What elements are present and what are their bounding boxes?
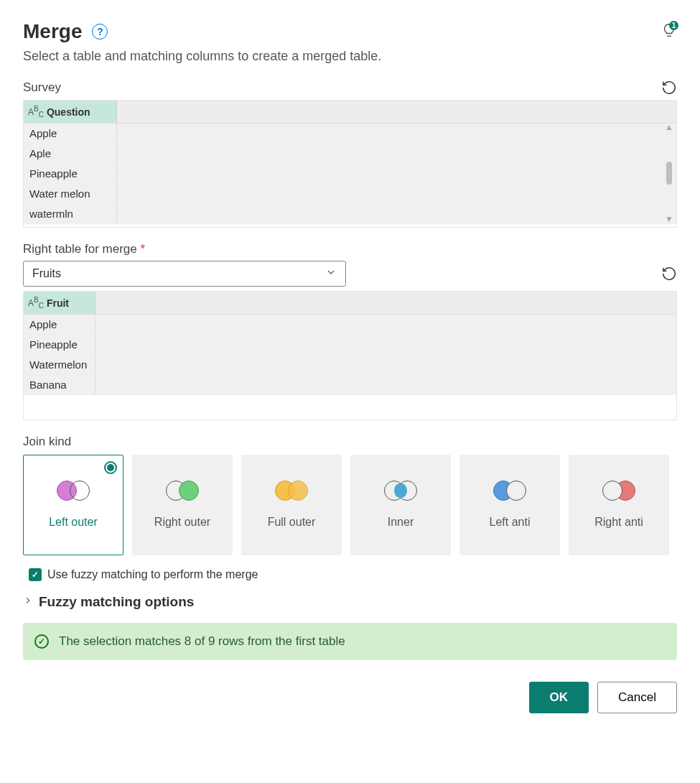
fuzzy-matching-label: Use fuzzy matching to perform the merge bbox=[47, 568, 258, 581]
join-left-anti[interactable]: Left anti bbox=[459, 455, 560, 555]
table-row[interactable]: Apple bbox=[24, 124, 676, 144]
join-right-anti[interactable]: Right anti bbox=[569, 455, 669, 555]
right-table-select[interactable]: Fruits bbox=[23, 261, 346, 287]
table-row[interactable]: watermln bbox=[24, 204, 676, 224]
venn-left-anti-icon bbox=[493, 481, 526, 502]
refresh-icon[interactable] bbox=[661, 80, 677, 96]
dialog-footer: OK Cancel bbox=[23, 682, 677, 713]
match-status-banner: ✓ The selection matches 8 of 9 rows from… bbox=[23, 623, 677, 660]
join-inner[interactable]: Inner bbox=[350, 455, 451, 555]
chevron-right-icon bbox=[23, 596, 33, 608]
venn-full-outer-icon bbox=[275, 481, 308, 502]
match-status-message: The selection matches 8 of 9 rows from t… bbox=[59, 634, 345, 649]
right-table-label: Right table for merge * bbox=[23, 242, 145, 256]
table-row[interactable]: Pineapple bbox=[24, 164, 676, 184]
fuzzy-options-expander[interactable]: Fuzzy matching options bbox=[23, 594, 677, 610]
left-table-preview[interactable]: ABC Question Apple Aple Pineapple Water … bbox=[23, 100, 677, 228]
join-kind-group: Left outer Right outer Full outer Inner bbox=[23, 455, 677, 555]
venn-left-outer-icon bbox=[57, 481, 90, 502]
column-header-fruit[interactable]: ABC Fruit bbox=[24, 292, 95, 314]
table-row[interactable]: Banana bbox=[24, 375, 676, 395]
join-right-outer[interactable]: Right outer bbox=[132, 455, 233, 555]
selected-indicator-icon bbox=[104, 461, 117, 474]
type-icon: ABC bbox=[28, 105, 44, 119]
right-table-select-value: Fruits bbox=[32, 267, 61, 280]
type-icon: ABC bbox=[28, 296, 44, 310]
cancel-button[interactable]: Cancel bbox=[597, 682, 677, 713]
table-header-row: ABC Question bbox=[24, 101, 676, 124]
help-icon[interactable]: ? bbox=[92, 24, 108, 40]
column-header-question[interactable]: ABC Question bbox=[24, 101, 117, 123]
scroll-thumb[interactable] bbox=[666, 162, 672, 185]
scroll-down-icon[interactable]: ▼ bbox=[665, 214, 673, 224]
success-icon: ✓ bbox=[34, 634, 49, 649]
dialog-title: Merge bbox=[23, 20, 82, 43]
refresh-icon[interactable] bbox=[661, 266, 677, 282]
right-table-preview[interactable]: ABC Fruit Apple Pineapple Watermelon Ban… bbox=[23, 291, 677, 420]
join-kind-label: Join kind bbox=[23, 435, 677, 449]
table-header-row: ABC Fruit bbox=[24, 292, 676, 315]
table-row[interactable]: Watermelon bbox=[24, 355, 676, 375]
venn-right-anti-icon bbox=[602, 481, 635, 502]
dialog-header: Merge ? 1 bbox=[23, 20, 677, 43]
table-row[interactable]: Water melon bbox=[24, 184, 676, 204]
chevron-down-icon bbox=[325, 267, 337, 281]
ok-button[interactable]: OK bbox=[529, 682, 589, 713]
table-row[interactable]: Apple bbox=[24, 315, 676, 335]
table-row[interactable]: Pineapple bbox=[24, 335, 676, 355]
table-row[interactable]: Aple bbox=[24, 144, 676, 164]
fuzzy-matching-checkbox[interactable]: ✓ bbox=[29, 568, 42, 581]
venn-right-outer-icon bbox=[166, 481, 199, 502]
dialog-subtitle: Select a table and matching columns to c… bbox=[23, 49, 677, 64]
scrollbar[interactable]: ▲ ▼ bbox=[665, 122, 673, 224]
scroll-up-icon[interactable]: ▲ bbox=[665, 122, 673, 132]
ideas-icon[interactable]: 1 bbox=[661, 22, 677, 41]
left-table-label: Survey bbox=[23, 80, 61, 95]
join-full-outer[interactable]: Full outer bbox=[241, 455, 342, 555]
join-left-outer[interactable]: Left outer bbox=[23, 455, 123, 555]
venn-inner-icon bbox=[384, 481, 417, 502]
ideas-badge: 1 bbox=[669, 21, 678, 30]
